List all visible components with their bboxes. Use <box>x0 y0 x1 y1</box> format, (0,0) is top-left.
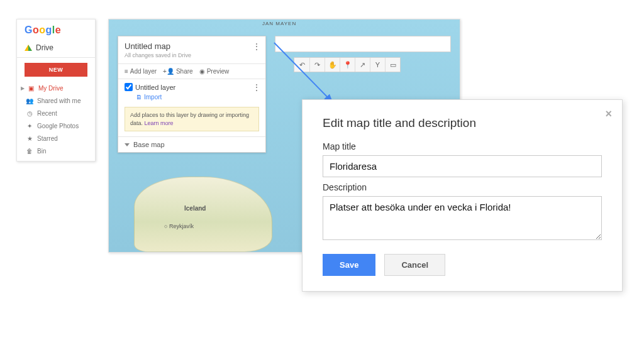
trash-icon: 🗑 <box>26 147 33 155</box>
drive-sidebar: Google Drive NEW ▶ ▣ My Drive 👥 Shared w… <box>16 19 96 162</box>
sidebar-item-label: Shared with me <box>37 97 80 104</box>
map-label-reykjavik: Reykjavík <box>164 223 194 229</box>
map-toolbar: ↶ ↷ ✋ 📍 ↗ Y ▭ <box>294 57 401 72</box>
overflow-menu-icon[interactable]: ⋮ <box>253 45 260 48</box>
sidebar-item-recent[interactable]: ◷ Recent <box>17 107 95 119</box>
save-status: All changes saved in Drive <box>118 52 265 63</box>
sidebar-item-label: Bin <box>37 148 46 155</box>
map-label-iceland: Iceland <box>184 205 206 212</box>
description-label: Description <box>323 182 602 192</box>
new-button[interactable]: NEW <box>25 63 87 77</box>
drive-product-row[interactable]: Drive <box>17 41 95 58</box>
cancel-button[interactable]: Cancel <box>384 254 445 276</box>
layer-visibility-checkbox[interactable] <box>125 83 133 91</box>
hint-box: Add places to this layer by drawing or i… <box>125 107 259 131</box>
share-icon: +👤 <box>163 68 174 75</box>
layers-card: Untitled map ⋮ All changes saved in Driv… <box>118 36 266 153</box>
learn-more-link[interactable]: Learn more <box>145 120 174 126</box>
base-map-row[interactable]: Base map <box>118 136 265 152</box>
close-icon[interactable]: × <box>605 107 612 121</box>
layer-checkbox-row[interactable]: Untitled layer <box>125 83 175 91</box>
sidebar-item-label: Starred <box>37 135 58 142</box>
modal-heading: Edit map title and description <box>323 116 602 130</box>
save-button[interactable]: Save <box>323 254 375 276</box>
map-label-janmayen: JAN MAYEN <box>262 21 296 26</box>
star-icon: ★ <box>26 134 33 142</box>
photos-icon: ✦ <box>26 122 33 129</box>
layers-icon: ≡ <box>125 68 128 75</box>
import-link[interactable]: 🗎 Import <box>118 92 265 104</box>
folder-icon: ▣ <box>27 84 35 92</box>
sidebar-item-starred[interactable]: ★ Starred <box>17 132 95 145</box>
hand-tool-button[interactable]: ✋ <box>325 58 340 72</box>
share-button[interactable]: +👤Share <box>163 68 193 75</box>
map-title-label: Map title <box>323 141 602 151</box>
sidebar-item-my-drive[interactable]: ▶ ▣ My Drive <box>17 82 95 94</box>
chevron-right-icon: ▶ <box>21 85 25 91</box>
sidebar-item-label: Recent <box>37 110 57 117</box>
description-textarea[interactable]: Platser att besöka under en vecka i Flor… <box>323 196 602 240</box>
eye-icon: ◉ <box>199 68 205 75</box>
sidebar-item-photos[interactable]: ✦ Google Photos <box>17 119 95 132</box>
land-iceland <box>134 177 272 252</box>
sidebar-item-shared[interactable]: 👥 Shared with me <box>17 94 95 107</box>
layer-overflow-icon[interactable]: ⋮ <box>253 85 260 89</box>
map-title-input[interactable] <box>323 155 602 177</box>
map-search-input[interactable] <box>275 36 451 52</box>
map-title[interactable]: Untitled map <box>125 41 170 51</box>
undo-button[interactable]: ↶ <box>294 58 309 72</box>
line-tool-button[interactable]: ↗ <box>355 58 370 72</box>
drive-icon <box>25 45 32 51</box>
preview-button[interactable]: ◉Preview <box>199 68 230 75</box>
edit-title-modal: × Edit map title and description Map tit… <box>302 99 623 292</box>
file-icon: 🗎 <box>136 94 142 101</box>
clock-icon: ◷ <box>26 109 33 117</box>
drive-product-label: Drive <box>36 43 53 52</box>
directions-tool-button[interactable]: Y <box>370 58 385 72</box>
redo-button[interactable]: ↷ <box>309 58 325 72</box>
people-icon: 👥 <box>26 97 33 104</box>
sidebar-item-label: Google Photos <box>37 123 79 129</box>
ruler-tool-button[interactable]: ▭ <box>385 58 400 72</box>
chevron-down-icon <box>125 143 130 146</box>
google-logo: Google <box>17 25 95 41</box>
add-layer-button[interactable]: ≡Add layer <box>125 68 157 75</box>
layer-name: Untitled layer <box>135 84 175 91</box>
sidebar-item-bin[interactable]: 🗑 Bin <box>17 145 95 157</box>
sidebar-item-label: My Drive <box>38 85 63 92</box>
marker-tool-button[interactable]: 📍 <box>340 58 355 72</box>
